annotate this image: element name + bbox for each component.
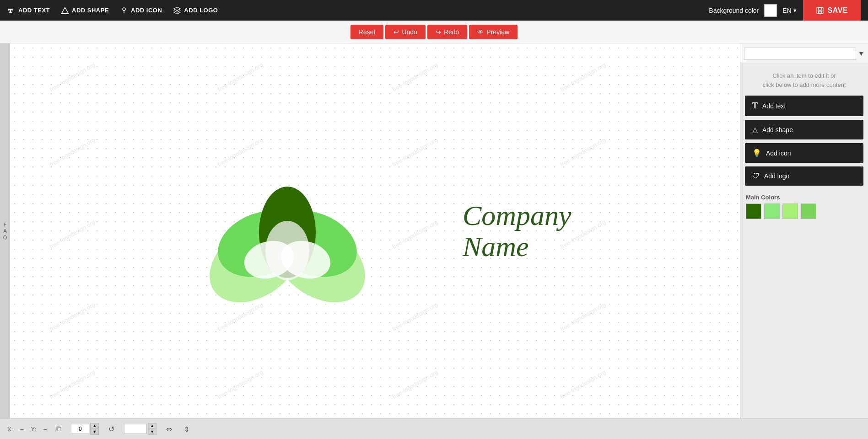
undo-button[interactable]: ↩ Undo (385, 25, 425, 39)
icon-icon (120, 6, 128, 15)
watermark: free-logodesign.org (49, 301, 97, 332)
faq-sidebar[interactable]: F A Q (0, 43, 10, 418)
flip-horizontal-button[interactable]: ⇔ (164, 424, 174, 434)
bg-color-swatch[interactable] (764, 4, 777, 17)
main-colors-label: Main Colors (740, 187, 868, 203)
flip-vertical-button[interactable]: ⇔ (182, 424, 192, 434)
add-text-label: ADD TEXT (18, 7, 50, 14)
top-bar-right: Background color EN ▼ SAVE (709, 0, 861, 21)
svg-rect-5 (818, 7, 822, 10)
reset-label: Reset (359, 28, 376, 36)
lotus-svg (191, 152, 383, 308)
color-swatch-1[interactable] (746, 203, 761, 219)
svg-rect-6 (819, 11, 821, 13)
panel-add-shape-button[interactable]: △ Add shape (745, 120, 863, 139)
right-panel: ▼ Click an item to edit it or click belo… (740, 43, 868, 418)
panel-add-logo-button[interactable]: 🛡 Add logo (745, 166, 863, 186)
save-label: SAVE (828, 6, 848, 15)
add-shape-label: ADD SHAPE (72, 7, 109, 14)
panel-icon-icon: 💡 (752, 149, 761, 157)
refresh-button[interactable]: ↺ (106, 424, 117, 434)
color-swatch-4[interactable] (801, 203, 816, 219)
company-line2: Name (463, 231, 571, 262)
duplicate-button[interactable]: ⧉ (54, 424, 64, 434)
dropdown-arrow-icon[interactable]: ▼ (858, 50, 864, 57)
logo-icon (173, 6, 181, 15)
lang-selector[interactable]: EN ▼ (782, 7, 797, 14)
shape-icon (61, 6, 69, 15)
position-down[interactable]: ▼ (148, 429, 156, 435)
watermark: free-logodesign.org (49, 136, 97, 168)
hint-line2: click below to add more content (762, 81, 846, 88)
watermark: free-logodesign.org (216, 369, 264, 400)
redo-icon: ↪ (436, 28, 441, 36)
reset-button[interactable]: Reset (350, 25, 384, 39)
panel-shape-icon: △ (752, 125, 758, 134)
watermark: free-logodesign.org (391, 136, 439, 168)
save-icon (816, 6, 824, 15)
rotation-control: ▲ ▼ (71, 423, 99, 435)
save-button[interactable]: SAVE (803, 0, 861, 21)
preview-icon: 👁 (477, 28, 484, 36)
add-icon-label: ADD ICON (131, 7, 162, 14)
panel-add-text-label: Add text (762, 102, 786, 110)
hint-line1: Click an item to edit it or (772, 72, 836, 79)
faq-q: Q (3, 235, 7, 240)
panel-add-icon-button[interactable]: 💡 Add icon (745, 143, 863, 163)
faq-a: A (3, 228, 6, 234)
panel-search-input[interactable] (744, 48, 856, 60)
faq-f: F (4, 222, 7, 227)
panel-add-text-button[interactable]: T Add text (745, 96, 863, 116)
panel-add-shape-label: Add shape (762, 126, 793, 134)
add-icon-btn[interactable]: ADD ICON (120, 6, 162, 15)
bg-color-label: Background color (709, 7, 759, 14)
rotation-up[interactable]: ▲ (90, 423, 99, 429)
watermark: free-logodesign.org (391, 61, 439, 93)
watermark: free-logodesign.org (391, 301, 439, 332)
secondary-toolbar: Reset ↩ Undo ↪ Redo 👁 Preview (0, 21, 868, 43)
svg-point-14 (265, 221, 309, 280)
rotation-down[interactable]: ▼ (90, 429, 99, 435)
add-logo-btn[interactable]: ADD LOGO (173, 6, 218, 15)
svg-point-2 (123, 8, 125, 11)
panel-logo-icon: 🛡 (752, 172, 760, 180)
x-dash: – (20, 426, 23, 433)
watermark: free-logodesign.org (391, 369, 439, 400)
undo-label: Undo (402, 28, 417, 36)
position-control: ▲ ▼ (124, 423, 156, 435)
chevron-down-icon: ▼ (793, 8, 798, 13)
position-stepper[interactable]: ▲ ▼ (148, 423, 156, 435)
svg-text:T: T (8, 7, 12, 14)
panel-hint: Click an item to edit it or click below … (740, 64, 868, 94)
position-up[interactable]: ▲ (148, 423, 156, 429)
canvas-area[interactable]: free-logodesign.org free-logodesign.org … (10, 43, 740, 418)
add-shape-btn[interactable]: ADD SHAPE (61, 6, 109, 15)
redo-button[interactable]: ↪ Redo (427, 25, 467, 39)
rotation-stepper[interactable]: ▲ ▼ (90, 423, 99, 435)
rotation-input[interactable] (71, 424, 89, 434)
svg-marker-1 (62, 7, 69, 14)
add-text-btn[interactable]: T ADD TEXT (7, 6, 50, 15)
x-label: X: (7, 426, 13, 433)
watermark: free-logodesign.org (559, 369, 607, 400)
company-name-text[interactable]: Company Name (463, 200, 571, 262)
color-swatch-2[interactable] (764, 203, 780, 219)
company-line1: Company (463, 200, 571, 231)
panel-search-bar: ▼ (740, 43, 868, 64)
main-layout: F A Q free-logodesign.org free-logodesig… (0, 43, 868, 418)
watermark: free-logodesign.org (49, 61, 97, 93)
panel-add-logo-label: Add logo (764, 172, 789, 180)
watermark: free-logodesign.org (49, 369, 97, 400)
redo-label: Redo (444, 28, 459, 36)
watermark: free-logodesign.org (559, 61, 607, 93)
watermark: free-logodesign.org (559, 219, 607, 250)
logo-graphic[interactable] (191, 152, 383, 310)
color-swatches (740, 203, 868, 219)
bottom-toolbar: X: – Y: – ⧉ ▲ ▼ ↺ ▲ ▼ ⇔ ⇔ (0, 418, 868, 439)
preview-button[interactable]: 👁 Preview (469, 25, 518, 39)
top-toolbar: T ADD TEXT ADD SHAPE ADD ICON ADD LOGO B… (0, 0, 868, 21)
y-label: Y: (31, 426, 37, 433)
position-input[interactable] (124, 424, 147, 434)
color-swatch-3[interactable] (782, 203, 798, 219)
watermark: free-logodesign.org (391, 219, 439, 250)
